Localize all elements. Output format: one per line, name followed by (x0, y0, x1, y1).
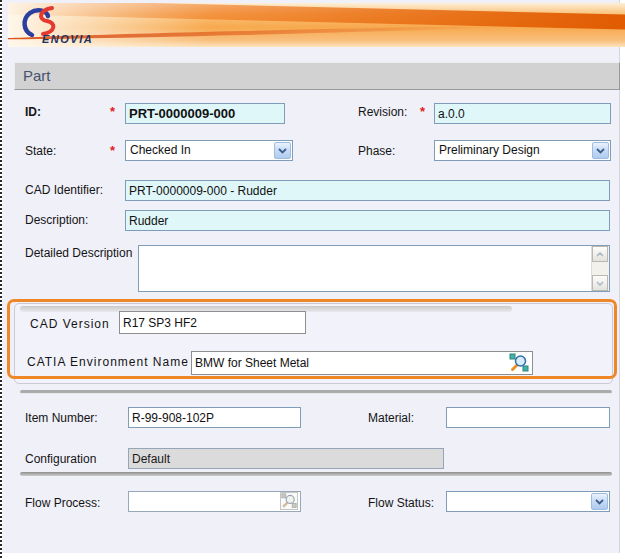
flow-status-label: Flow Status: (368, 496, 434, 510)
cad-identifier-label: CAD Identifier: (25, 183, 103, 197)
state-value: Checked In (130, 141, 191, 160)
item-number-input[interactable] (128, 407, 301, 428)
brand-banner: ENOVIA (8, 3, 625, 47)
detailed-description-label: Detailed Description (25, 246, 132, 260)
catia-environment-chooser-button[interactable] (509, 353, 529, 373)
id-label: ID: (25, 105, 41, 119)
flow-status-select[interactable] (446, 491, 610, 512)
enovia-wordmark: ENOVIA (42, 33, 93, 45)
cad-identifier-input[interactable] (125, 180, 610, 201)
scroll-up-button[interactable] (592, 246, 608, 262)
phase-label: Phase: (358, 144, 395, 158)
section-divider (20, 472, 612, 476)
id-input[interactable] (125, 103, 285, 124)
search-chooser-disabled-icon (281, 493, 297, 509)
required-marker: * (110, 104, 115, 119)
material-label: Material: (368, 411, 414, 425)
revision-label: Revision: (358, 105, 407, 119)
state-label: State: (25, 144, 56, 158)
material-input[interactable] (446, 407, 610, 428)
chevron-down-icon (278, 148, 287, 154)
configuration-input (128, 448, 444, 469)
section-divider (20, 390, 612, 394)
part-properties-page: ENOVIA Part ID: * Revision: * State: * C… (0, 0, 625, 560)
phase-dropdown-button[interactable] (592, 142, 609, 159)
selection-marquee-edge (0, 0, 2, 560)
scroll-down-button[interactable] (592, 275, 608, 291)
flow-process-label: Flow Process: (25, 496, 100, 510)
description-input[interactable] (125, 210, 610, 231)
flow-process-chooser-button[interactable] (280, 492, 298, 510)
required-marker: * (420, 104, 425, 119)
required-marker: * (110, 143, 115, 158)
chevron-down-icon (595, 499, 604, 505)
phase-value: Preliminary Design (439, 141, 540, 160)
cad-version-input[interactable] (119, 311, 306, 334)
configuration-label: Configuration (25, 452, 96, 466)
textarea-scrollbar[interactable] (591, 246, 609, 291)
page-title: Part (14, 62, 620, 90)
flow-process-input[interactable] (128, 491, 301, 512)
state-select[interactable]: Checked In (125, 140, 293, 161)
cad-version-label: CAD Version (30, 317, 110, 331)
catia-environment-name-input[interactable] (191, 351, 533, 375)
flow-status-dropdown-button[interactable] (591, 493, 608, 510)
enovia-logo: ENOVIA (16, 5, 116, 47)
search-chooser-icon (509, 353, 529, 373)
chevron-down-icon (596, 281, 604, 286)
detailed-description-textarea[interactable] (139, 246, 592, 291)
chevron-down-icon (596, 148, 605, 154)
catia-environment-name-label: CATIA Environment Name (27, 355, 189, 369)
state-dropdown-button[interactable] (274, 142, 291, 159)
description-label: Description: (25, 213, 88, 227)
chevron-up-icon (596, 252, 604, 257)
item-number-label: Item Number: (25, 411, 98, 425)
detailed-description-field (138, 245, 610, 292)
phase-select[interactable]: Preliminary Design (434, 140, 611, 161)
revision-input[interactable] (434, 103, 611, 124)
